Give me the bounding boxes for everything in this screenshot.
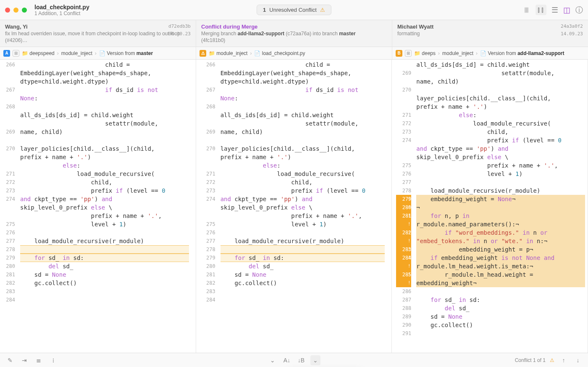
chevron-down-icon[interactable]: ⌄ [310,355,320,365]
side-a-badge: A [3,50,10,57]
merge-desc-into: into branch [311,31,339,37]
window-title: load_checkpoint.py [34,4,89,10]
right-crumb-version: add-llama2-support [517,50,564,56]
minimize-window-button[interactable] [13,8,18,13]
collapse-b-icon[interactable]: ⊞ [405,50,412,57]
left-pane[interactable]: 2662672682692702712722732742752762772782… [0,60,196,353]
collapse-a-icon[interactable]: ⊞ [13,50,19,57]
prev-conflict-icon[interactable]: ↑ [559,355,569,365]
merge-branch-hash: (c72aa76a) [286,31,311,37]
window-subtitle: 1 Addition, 1 Conflict [34,10,89,16]
warn-badge: ⚠ [200,50,206,57]
commit-info-bar: Wang, Yi d72edb3b 06.10.23 fix lm head o… [0,20,588,47]
right-breadcrumb: B ⊞ 📁 deeps › module_inject › 📄 Version … [392,47,588,59]
menu-down-icon[interactable]: ⌄ [268,355,278,365]
left-code[interactable]: child = EmbeddingLayer(weight_shape=ds_s… [18,60,192,353]
right-author: Michael Wyatt [397,24,583,30]
merge-branch-source: add-llama2-support [238,31,284,37]
right-hash: 24a3a0f2 [561,24,583,29]
take-b-icon[interactable]: ↓B [296,355,306,365]
right-commit-info: Michael Wyatt 24a3a0f2 14.09.23 formatti… [392,20,588,47]
indent-icon[interactable]: ⇥ [19,355,29,365]
list-format-icon[interactable]: ≣ [34,355,44,365]
merge-description: Merging branch add-llama2-support (c72aa… [201,31,387,44]
left-crumb-sub[interactable]: module_inject [61,50,92,56]
merge-heading: Conflict during Merge [201,24,387,30]
status-left-icons: ✎ ⇥ ≣ ⫶ [5,355,58,365]
layout-columns-icon[interactable]: ⫼ [523,5,530,14]
merge-desc-prefix: Merging branch [201,31,238,37]
conflict-label: Unresolved Conflict [269,7,317,13]
conflict-status-pill[interactable]: 1 Unresolved Conflict ⚠︎ [257,5,331,15]
side-b-badge: B [396,50,402,57]
left-strip [192,60,196,353]
right-message: formatting [397,31,583,37]
right-strip [392,60,396,353]
left-author: Wang, Yi [5,24,191,30]
status-mid-icons: ⌄ A↓ ↓B ⌄ [268,355,320,365]
center-code[interactable]: child = EmbeddingLayer(weight_shape=ds_s… [218,60,388,353]
status-right: Conflict 1 of 1 ⚠︎ ↑ ↓ [515,355,583,365]
center-pane[interactable]: 2662672682692702712722732742752762772782… [196,60,392,353]
info-icon[interactable]: ⓘ [575,5,583,15]
title-block: load_checkpoint.py 1 Addition, 1 Conflic… [34,4,89,16]
center-crumb-folder[interactable]: module_inject [216,50,247,56]
left-gutter: 2662672682692702712722732742752762772782… [0,60,18,353]
left-breadcrumb: A ⊞ 📁 deepspeed › module_inject › 📄 Vers… [0,47,196,59]
breadcrumb-bar: A ⊞ 📁 deepspeed › module_inject › 📄 Vers… [0,47,588,60]
merge-branch-target: master [339,31,355,37]
titlebar: load_checkpoint.py 1 Addition, 1 Conflic… [0,0,588,20]
list-icon[interactable]: ☰ [551,5,558,15]
maximize-window-button[interactable] [22,8,27,13]
traffic-lights [5,8,27,13]
center-gutter: 2662672682692702712722732742752762772782… [200,60,218,353]
center-crumb-file[interactable]: load_checkpoint.py [262,50,305,56]
left-message: fix lm head overriden issue, move it fro… [5,31,191,44]
conflict-count: 1 [263,7,266,13]
center-strip-left [196,60,200,353]
window-icon[interactable]: ◫ [563,5,570,15]
right-code[interactable]: all_ds_ids[ds_id] = child.weight setattr… [414,60,588,353]
left-commit-info: Wang, Yi d72edb3b 06.10.23 fix lm head o… [0,20,196,47]
left-crumb-vlabel: Version from [107,50,136,56]
brush-icon[interactable]: ✎ [5,355,15,365]
left-crumb-version: master [136,50,153,56]
merge-target-hash: (4fc181b0) [201,37,225,43]
diff-area: 2662672682692702712722732742752762772782… [0,60,588,353]
right-crumb-sub[interactable]: module_inject [442,50,473,56]
center-merge-info: Conflict during Merge Merging branch add… [196,20,392,47]
right-gutter: 2692702712722732742752762772782792802812… [396,60,414,353]
right-crumb-vlabel: Version from [488,50,517,56]
warning-icon: ⚠︎ [320,7,325,13]
status-bar: ✎ ⇥ ≣ ⫶ ⌄ A↓ ↓B ⌄ Conflict 1 of 1 ⚠︎ ↑ ↓ [0,353,588,367]
center-breadcrumb: ⚠ 📁 module_inject › 📄 load_checkpoint.py [196,47,392,59]
left-date: 06.10.23 [168,31,191,37]
left-hash: d72edb3b [168,24,191,29]
conflict-counter: Conflict 1 of 1 [515,357,546,363]
right-pane[interactable]: 2692702712722732742752762772782792802812… [392,60,588,353]
take-a-icon[interactable]: A↓ [282,355,292,365]
right-crumb-folder[interactable]: deeps [422,50,436,56]
close-window-button[interactable] [5,8,10,13]
layout-merge-icon[interactable]: ⫿⫿ [536,5,546,15]
center-strip-right [387,60,391,353]
warning-icon: ⚠︎ [550,357,554,363]
next-conflict-icon[interactable]: ↓ [573,355,583,365]
right-date: 14.09.23 [561,31,583,37]
left-crumb-folder[interactable]: deepspeed [29,50,54,56]
view-tools: ⫼ ⫿⫿ ☰ ◫ ⓘ [523,5,583,15]
format-icon[interactable]: ⫶ [48,355,58,365]
